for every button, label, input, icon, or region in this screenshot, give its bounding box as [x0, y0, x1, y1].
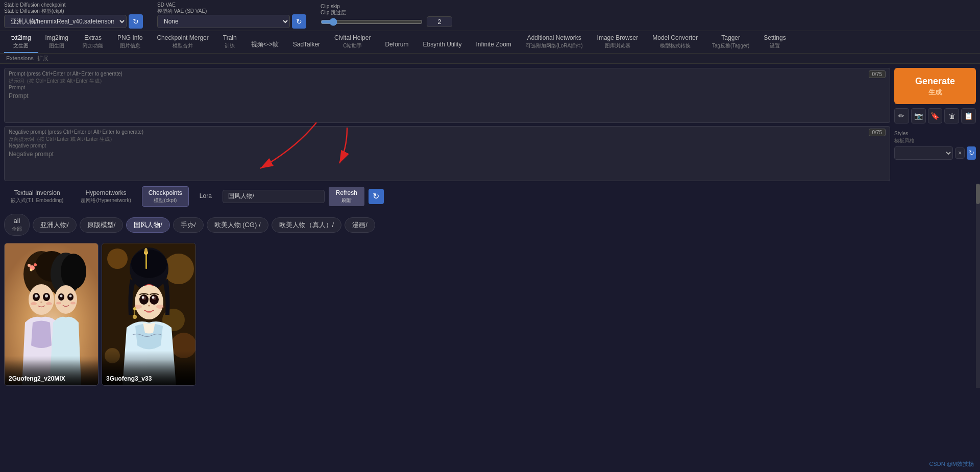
- generate-button[interactable]: Generate 生成: [894, 68, 976, 104]
- tab-img2img[interactable]: img2img 图生图: [38, 31, 76, 53]
- vae-select[interactable]: None: [157, 15, 290, 28]
- tab-checkpoint[interactable]: Checkpoint Merger 模型合并: [150, 31, 215, 53]
- extensions-label: Extensions: [6, 55, 34, 61]
- camera-button[interactable]: 📷: [911, 108, 926, 123]
- scrollbar-thumb[interactable]: [976, 184, 980, 204]
- tab-sadtalker[interactable]: SadTalker: [286, 38, 327, 53]
- vae-select-wrapper: None ↻: [157, 14, 306, 29]
- tab-train[interactable]: Train 训练: [216, 31, 244, 53]
- pencil-button[interactable]: ✏: [894, 108, 909, 123]
- category-asian[interactable]: 亚洲人物/: [33, 217, 77, 233]
- tab-additionalnet-sub: 可选附加网络(LoRA插件): [526, 42, 583, 49]
- model-card-2-overlay: 3Guofeng3_v33: [102, 360, 195, 385]
- clip-skip-value[interactable]: [427, 16, 452, 27]
- category-all[interactable]: all 全部: [4, 214, 30, 236]
- hypernetworks-tab-sub: 超网络(Hypernetwork): [81, 197, 131, 204]
- model-section: Stable Diffusion checkpoint Stable Diffu…: [4, 2, 143, 29]
- tab-extras[interactable]: Extras 附加功能: [76, 31, 110, 53]
- category-guofeng[interactable]: 国风人物/: [126, 217, 170, 233]
- model-card-1-title: 2Guofeng2_v20MIX: [9, 375, 65, 382]
- model-select[interactable]: 亚洲人物/henmixReal_v40.safetensors [d1aaf7]: [4, 15, 127, 28]
- tab-txt2img-sub: 文生图: [13, 42, 29, 49]
- svg-point-12: [46, 302, 52, 305]
- cat-asian-label: 亚洲人物/: [40, 221, 69, 229]
- bookmark-button[interactable]: 🔖: [928, 108, 943, 123]
- tab-txt2img[interactable]: txt2img 文生图: [4, 31, 38, 53]
- svg-point-10: [40, 302, 42, 303]
- vae-refresh-icon: ↻: [296, 17, 302, 26]
- negative-token-count: 0/75: [869, 129, 886, 136]
- tab-video-label: 视频<->帧: [251, 41, 279, 49]
- model-tabs-row: Textual Inversion 嵌入式(T.I. Embedding) Hy…: [4, 184, 890, 209]
- model-card-1[interactable]: 2Guofeng2_v20MIX: [4, 243, 99, 386]
- cat-all-sub: 全部: [12, 226, 22, 232]
- negative-prompt-input[interactable]: [5, 148, 890, 179]
- tab-textual-inversion[interactable]: Textual Inversion 嵌入式(T.I. Embedding): [4, 186, 70, 207]
- positive-prompt-input[interactable]: [5, 90, 890, 121]
- tab-settings-label: Settings: [764, 34, 786, 42]
- svg-point-8: [35, 294, 38, 297]
- icon-refresh-button[interactable]: ↻: [369, 189, 384, 204]
- tab-civitai-label: Civitai Helper: [334, 34, 371, 42]
- tab-imagebrowser[interactable]: Image Browser 图库浏览器: [590, 31, 646, 53]
- cat-guofeng-label: 国风人物/: [134, 221, 162, 229]
- tab-modelconverter-sub: 模型格式转换: [660, 42, 691, 49]
- vae-refresh-button[interactable]: ↻: [292, 14, 306, 29]
- tab-civitai[interactable]: Civitai Helper C站助手: [327, 31, 378, 53]
- category-manga[interactable]: 漫画/: [345, 217, 375, 233]
- tab-txt2img-label: txt2img: [11, 34, 31, 42]
- tab-infinitezoom-label: Infinite Zoom: [476, 41, 511, 49]
- clip-label-2: Clip 跳过层: [321, 9, 452, 16]
- tab-pnginfo-label: PNG Info: [117, 34, 142, 42]
- tab-sadtalker-label: SadTalker: [293, 41, 320, 49]
- category-westreal[interactable]: 欧美人物（真人）/: [272, 217, 342, 233]
- tab-checkpoints[interactable]: Checkpoints 模型(ckpt): [142, 186, 189, 207]
- model-refresh-button[interactable]: ↻: [129, 14, 143, 29]
- textual-tab-sub: 嵌入式(T.I. Embedding): [11, 197, 63, 204]
- svg-point-20: [56, 302, 61, 305]
- category-westcg[interactable]: 欧美人物 (CG) /: [207, 217, 268, 233]
- category-hand[interactable]: 手办/: [173, 217, 204, 233]
- tab-imagebrowser-label: Image Browser: [597, 34, 639, 42]
- category-original[interactable]: 原版模型/: [80, 217, 124, 233]
- scrollbar-track[interactable]: [976, 184, 980, 388]
- svg-point-51: [133, 315, 137, 319]
- clip-label-1: Clip skip: [321, 4, 452, 9]
- tab-hypernetworks[interactable]: Hypernetworks 超网络(Hypernetwork): [74, 186, 137, 207]
- refresh-icon: ↻: [133, 17, 139, 26]
- tab-lora[interactable]: Lora: [193, 189, 218, 204]
- tab-imagebrowser-sub: 图库浏览器: [605, 42, 630, 49]
- svg-point-9: [45, 294, 48, 297]
- tab-pnginfo[interactable]: PNG Info 图片信息: [110, 31, 150, 53]
- refresh-button-label: Refresh: [336, 189, 357, 197]
- negative-prompt-label: Negative prompt (press Ctrl+Enter or Alt…: [5, 127, 890, 136]
- clip-skip-slider[interactable]: [321, 18, 423, 26]
- tab-extras-label: Extras: [84, 34, 102, 42]
- model-card-2-inner: 3Guofeng3_v33: [102, 243, 195, 385]
- trash-button[interactable]: 🗑: [944, 108, 959, 123]
- model-label-1: Stable Diffusion checkpoint: [4, 2, 143, 8]
- checkpoints-tab-sub: 模型(ckpt): [154, 197, 177, 204]
- refresh-button[interactable]: Refresh 刷新: [329, 187, 364, 207]
- tab-settings[interactable]: Settings 设置: [756, 31, 793, 53]
- tab-video[interactable]: 视频<->帧: [244, 38, 286, 53]
- cat-westreal-label: 欧美人物（真人）/: [279, 221, 334, 229]
- bookmark-icon: 🔖: [930, 112, 939, 120]
- tab-infinitezoom[interactable]: Infinite Zoom: [469, 38, 519, 53]
- tab-tagger[interactable]: Tagger Tag反推(Tagger): [705, 31, 756, 53]
- tab-deforum[interactable]: Deforum: [378, 38, 415, 53]
- styles-x-button[interactable]: ×: [955, 147, 965, 159]
- tab-modelconverter-label: Model Converter: [652, 34, 698, 42]
- clipboard-button[interactable]: 📋: [961, 108, 976, 123]
- tab-modelconverter[interactable]: Model Converter 模型格式转换: [645, 31, 705, 53]
- model-card-2[interactable]: 3Guofeng3_v33: [102, 243, 196, 386]
- tab-additionalnet[interactable]: Additional Networks 可选附加网络(LoRA插件): [519, 31, 590, 53]
- tab-ebsynth[interactable]: Ebsynth Utility: [415, 38, 469, 53]
- textual-tab-label: Textual Inversion: [14, 189, 60, 197]
- search-input[interactable]: [223, 190, 325, 203]
- tab-train-sub: 训练: [225, 42, 235, 49]
- styles-select[interactable]: [894, 146, 953, 160]
- negative-prompt-placeholder-label: Negative prompt: [5, 143, 890, 148]
- styles-refresh-button[interactable]: ↻: [967, 146, 976, 160]
- category-row: all 全部 亚洲人物/ 原版模型/ 国风人物/ 手办/ 欧美人物 (CG) /: [4, 212, 890, 238]
